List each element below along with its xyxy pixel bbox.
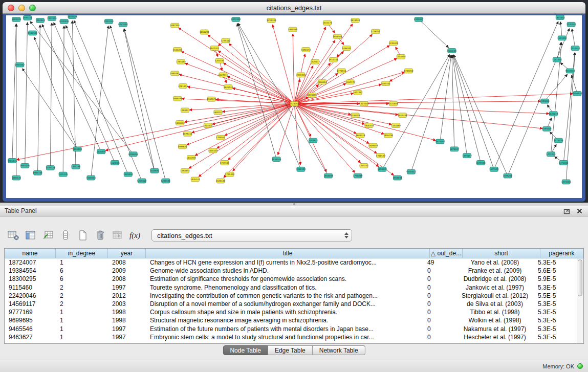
- network-node[interactable]: 1427511: [219, 73, 228, 77]
- network-node[interactable]: 1731040: [567, 22, 576, 27]
- network-nodes[interactable]: 1724061188730418622081275412143420417851…: [8, 15, 582, 184]
- network-node[interactable]: 1273103: [561, 180, 571, 184]
- table-selector-combobox[interactable]: citations_edges.txt: [151, 229, 352, 242]
- network-node[interactable]: 1725324: [225, 172, 235, 177]
- network-node[interactable]: 1858049: [378, 167, 387, 171]
- table-row[interactable]: 946554611997Estimation of the future num…: [5, 325, 577, 333]
- network-node[interactable]: 1788574: [376, 154, 386, 158]
- network-node[interactable]: 1933114: [104, 19, 114, 24]
- network-node[interactable]: 1371034: [559, 161, 569, 165]
- network-node[interactable]: 1658049: [323, 173, 333, 178]
- network-node[interactable]: 1705135: [46, 165, 55, 170]
- network-node[interactable]: 1785058: [404, 69, 413, 73]
- network-node[interactable]: 1679200: [503, 173, 513, 178]
- network-node[interactable]: 9310440: [565, 69, 575, 73]
- network-node[interactable]: 1271034: [546, 152, 556, 157]
- network-node[interactable]: 1746104: [351, 113, 360, 118]
- network-node[interactable]: 1131040: [552, 57, 562, 62]
- network-node[interactable]: 1252443: [267, 18, 276, 23]
- tab-node-table[interactable]: Node Table: [223, 345, 268, 355]
- network-node[interactable]: 1505135: [58, 172, 68, 177]
- network-node[interactable]: 1883043: [12, 17, 21, 21]
- table-row[interactable]: 969969511998Structural magnetic resonanc…: [5, 316, 577, 324]
- column-header-in_degree[interactable]: in_degree: [56, 249, 108, 258]
- network-node[interactable]: 1887304: [170, 23, 180, 28]
- new-file-button[interactable]: [76, 229, 90, 243]
- network-node[interactable]: 1813042: [351, 18, 360, 23]
- network-node[interactable]: 8206505: [128, 152, 138, 157]
- network-node[interactable]: 1979197: [462, 154, 472, 158]
- table-mode-button[interactable]: [6, 229, 20, 243]
- compact-view-button[interactable]: [58, 229, 72, 243]
- network-node[interactable]: 1679198: [476, 161, 486, 165]
- network-node[interactable]: 1905719: [364, 123, 374, 128]
- network-node[interactable]: 2093104: [23, 15, 32, 20]
- network-node[interactable]: 8130426: [59, 19, 69, 24]
- network-node[interactable]: 2051002: [15, 62, 25, 67]
- network-node[interactable]: 1660495: [288, 27, 298, 32]
- table-row[interactable]: 1456911722003Disruption of a novel membe…: [5, 300, 577, 308]
- network-node[interactable]: 1955939: [296, 73, 306, 77]
- network-node[interactable]: 1458447: [308, 138, 318, 143]
- network-node[interactable]: 1160770: [345, 80, 355, 84]
- network-node[interactable]: 1688429: [356, 133, 365, 138]
- network-node[interactable]: 1434204: [172, 48, 182, 52]
- network-node[interactable]: 6023104: [118, 22, 128, 27]
- network-node[interactable]: 1823002: [203, 123, 213, 128]
- network-node[interactable]: 1305135: [71, 164, 81, 169]
- network-node[interactable]: 1834709: [186, 156, 196, 160]
- network-node[interactable]: 1235141: [359, 163, 369, 168]
- scrollbar-thumb[interactable]: [578, 259, 582, 296]
- zoom-window-button[interactable]: [29, 5, 36, 11]
- table-row[interactable]: 2242004622012Investigating the contribut…: [5, 292, 577, 300]
- network-node[interactable]: 1204181: [215, 58, 225, 63]
- column-header-short[interactable]: short: [463, 249, 540, 258]
- table-row[interactable]: 911546021997Tourette syndrome. Phenomeno…: [5, 283, 577, 292]
- show-columns-button[interactable]: [24, 229, 37, 243]
- network-node[interactable]: 1759144: [220, 161, 230, 165]
- network-node[interactable]: 1882843: [35, 18, 45, 23]
- column-header-year[interactable]: year: [108, 249, 146, 258]
- network-node[interactable]: 1607447: [353, 90, 363, 95]
- network-node[interactable]: 1785188: [176, 59, 186, 64]
- network-node[interactable]: 1724061: [290, 101, 299, 106]
- network-node[interactable]: 1533104: [28, 31, 37, 35]
- network-node[interactable]: 1078113: [183, 132, 192, 136]
- table-row[interactable]: 946362711997Embryonic stem cells: a mode…: [5, 333, 577, 341]
- network-node[interactable]: 1271030: [554, 138, 563, 143]
- column-header-title[interactable]: title: [146, 249, 430, 258]
- network-node[interactable]: 1195403: [388, 41, 398, 46]
- network-node[interactable]: 1778611: [337, 69, 346, 73]
- network-node[interactable]: 1595820: [542, 126, 552, 131]
- table-scrollbar[interactable]: [577, 258, 583, 343]
- network-node[interactable]: 1615174: [322, 20, 332, 25]
- network-graph[interactable]: 1724061188730418622081275412143420417851…: [6, 15, 582, 198]
- network-node[interactable]: 2620650: [96, 149, 106, 154]
- table-row[interactable]: 977716911998Corpus callosum shape and si…: [5, 308, 577, 316]
- network-node[interactable]: 1646140: [216, 179, 226, 183]
- network-node[interactable]: 1626442: [224, 85, 233, 90]
- column-header-pagerank[interactable]: pagerank: [540, 249, 583, 258]
- close-panel-icon[interactable]: [576, 207, 583, 214]
- edit-column-button[interactable]: [41, 229, 55, 243]
- network-node[interactable]: 1915449: [398, 113, 407, 118]
- network-node[interactable]: 1220650: [137, 179, 147, 183]
- network-node[interactable]: 1881104: [73, 147, 82, 151]
- network-node[interactable]: 1748508: [396, 54, 406, 59]
- network-node[interactable]: 1938104: [296, 167, 306, 171]
- tab-edge-table[interactable]: Edge Table: [268, 345, 313, 355]
- network-node[interactable]: 1622610: [549, 112, 558, 116]
- network-node[interactable]: 8130427: [414, 17, 424, 21]
- import-table-button[interactable]: [111, 229, 124, 243]
- network-node[interactable]: 1931040: [555, 15, 565, 19]
- network-node[interactable]: 1362671: [207, 97, 216, 101]
- float-panel-icon[interactable]: [563, 207, 570, 214]
- network-node[interactable]: 1531040: [557, 36, 567, 40]
- network-node[interactable]: 1862208: [200, 30, 209, 34]
- network-node[interactable]: 1696173: [301, 48, 311, 52]
- tab-network-table[interactable]: Network Table: [313, 345, 365, 355]
- minimize-window-button[interactable]: [18, 5, 25, 11]
- network-node[interactable]: 1933104: [47, 16, 57, 20]
- network-node[interactable]: 1405135: [12, 176, 21, 180]
- network-node[interactable]: 1620650: [110, 161, 120, 165]
